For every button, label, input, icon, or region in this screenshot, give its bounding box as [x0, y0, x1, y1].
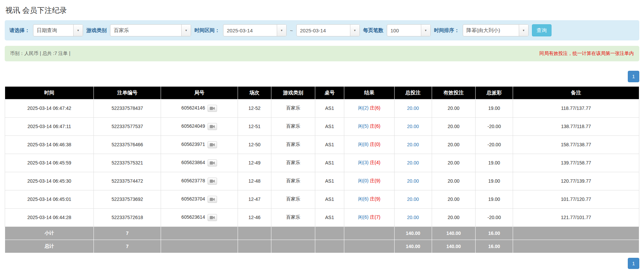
total-bet-link[interactable]: 20.00 [407, 196, 419, 202]
cell-payout: 19.00 [476, 190, 513, 208]
round-result-button[interactable] [208, 141, 217, 148]
query-type-combo[interactable]: ▼ [33, 24, 83, 36]
page-size-dropdown-toggle[interactable]: ▼ [421, 25, 430, 36]
game-type-label: 游戏类别 [86, 27, 107, 34]
player-result: 闲(6) [358, 196, 369, 202]
total-bet-link[interactable]: 20.00 [407, 142, 419, 147]
cell-payout: 19.00 [476, 172, 513, 190]
cell-table-no: AS1 [315, 117, 344, 135]
total-empty-cell [238, 240, 271, 253]
total-bet-link[interactable]: 20.00 [407, 215, 419, 220]
cell-session: 12-50 [238, 135, 271, 154]
subtotal-total-bet: 140.00 [394, 226, 432, 240]
page-container: 视讯 会员下注纪录 请选择： ▼ 游戏类别 ▼ 时间区间： ▼ ~ ▼ 每页笔数… [0, 0, 644, 274]
cell-session: 12-46 [238, 208, 271, 226]
header-game-type: 游戏类别 [271, 86, 315, 99]
cell-time: 2025-03-14 06:47:42 [5, 99, 94, 117]
page-size-input[interactable] [387, 25, 421, 36]
round-result-button[interactable] [208, 214, 217, 221]
table-row: 2025-03-14 06:45:01522337573692605623704… [5, 190, 639, 208]
cell-session: 12-47 [238, 190, 271, 208]
round-result-button[interactable] [208, 123, 217, 130]
round-result-button[interactable] [208, 159, 217, 166]
cell-result: 闲(6) 庄(9) [344, 190, 394, 208]
player-result: 闲(0) [358, 178, 369, 183]
total-payout: 16.00 [476, 240, 513, 253]
cell-bet-id: 522337576466 [94, 135, 161, 154]
sort-combo[interactable]: ▼ [463, 24, 529, 36]
time-range-label: 时间区间： [194, 27, 220, 34]
cell-session: 12-48 [238, 172, 271, 190]
round-result-button[interactable] [208, 178, 217, 185]
total-bet-link[interactable]: 20.00 [407, 178, 419, 184]
header-table-no: 桌号 [315, 86, 344, 99]
cell-remark: 138.77/118.77 [513, 117, 639, 135]
table-row: 2025-03-14 06:47:42522337578437605624146… [5, 99, 639, 117]
round-result-button[interactable] [208, 105, 217, 112]
table-row: 2025-03-14 06:45:59522337575321605623864… [5, 154, 639, 172]
date-from-dropdown-toggle[interactable]: ▼ [277, 25, 286, 36]
cell-bet-id: 522337573692 [94, 190, 161, 208]
date-to-dropdown-toggle[interactable]: ▼ [350, 25, 359, 36]
cell-total-bet: 20.00 [394, 99, 432, 117]
cell-payout: 19.00 [476, 99, 513, 117]
cell-result: 闲(0) 庄(9) [344, 172, 394, 190]
chevron-down-icon: ▼ [185, 29, 188, 32]
cell-round-id: 605624146 [161, 99, 238, 117]
total-count: 7 [94, 240, 161, 253]
total-bet-link[interactable]: 20.00 [407, 105, 419, 111]
round-result-button[interactable] [208, 196, 217, 203]
cell-round-id: 605623864 [161, 154, 238, 172]
chevron-down-icon: ▼ [522, 29, 525, 32]
header-remark: 备注 [513, 86, 639, 99]
cell-round-id: 605623971 [161, 135, 238, 154]
game-type-dropdown-toggle[interactable]: ▼ [181, 25, 191, 36]
cell-round-id: 605623704 [161, 190, 238, 208]
subtotal-label: 小计 [5, 226, 94, 240]
round-id-text: 605623971 [181, 142, 205, 147]
cell-game-type: 百家乐 [271, 190, 315, 208]
page-1-button[interactable]: 1 [628, 71, 639, 82]
bet-records-table: 时间 注单编号 局号 场次 游戏类别 桌号 结果 总投注 有效投注 总派彩 备注… [5, 86, 639, 253]
query-type-dropdown-toggle[interactable]: ▼ [73, 25, 83, 36]
table-body: 2025-03-14 06:47:42522337578437605624146… [5, 99, 639, 226]
cell-table-no: AS1 [315, 172, 344, 190]
date-to-input[interactable] [297, 25, 350, 36]
table-row: 2025-03-14 06:45:30522337574472605623778… [5, 172, 639, 190]
cell-table-no: AS1 [315, 135, 344, 154]
cell-time: 2025-03-14 06:46:38 [5, 135, 94, 154]
cell-remark: 158.77/138.77 [513, 135, 639, 154]
search-button[interactable]: 查询 [532, 24, 552, 36]
date-from-combo[interactable]: ▼ [223, 24, 287, 36]
date-to-combo[interactable]: ▼ [296, 24, 360, 36]
date-from-input[interactable] [223, 25, 277, 36]
player-result: 闲(8) [358, 142, 369, 147]
game-type-combo[interactable]: ▼ [110, 24, 191, 36]
banker-result: 庄(0) [370, 142, 380, 147]
cell-bet-id: 522337578437 [94, 99, 161, 117]
cell-result: 闲(3) 庄(4) [344, 154, 394, 172]
total-bet-link[interactable]: 20.00 [407, 124, 419, 129]
cell-table-no: AS1 [315, 208, 344, 226]
cell-time: 2025-03-14 06:47:11 [5, 117, 94, 135]
total-row: 总计 7 140.00 140.00 16.00 [5, 240, 639, 253]
chevron-down-icon: ▼ [77, 29, 80, 32]
sort-dropdown-toggle[interactable]: ▼ [519, 25, 528, 36]
cell-payout: -20.00 [476, 208, 513, 226]
total-bet-link[interactable]: 20.00 [407, 160, 419, 165]
game-type-input[interactable] [110, 25, 181, 36]
page-1-button[interactable]: 1 [628, 258, 639, 269]
video-camera-icon [210, 143, 215, 147]
query-type-input[interactable] [33, 25, 73, 36]
cell-remark: 139.77/158.77 [513, 154, 639, 172]
banker-result: 庄(9) [370, 178, 380, 183]
cell-total-bet: 20.00 [394, 154, 432, 172]
cell-game-type: 百家乐 [271, 172, 315, 190]
page-size-combo[interactable]: ▼ [387, 24, 431, 36]
cell-valid-bet: 20.00 [432, 208, 476, 226]
cell-time: 2025-03-14 06:45:30 [5, 172, 94, 190]
round-id-text: 605623614 [181, 214, 205, 220]
sort-input[interactable] [463, 25, 519, 36]
player-result: 闲(6) [358, 214, 369, 220]
total-empty-cell [513, 240, 639, 253]
